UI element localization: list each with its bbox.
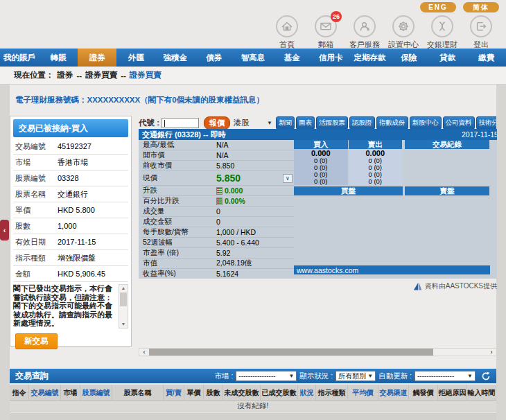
quote-stat-row: 前收市價5.850 (141, 161, 294, 171)
scroll-down-icon[interactable]: ▼ (121, 321, 126, 328)
table-header-5[interactable]: 買/賣 (164, 385, 184, 400)
quote-horizontal-scrollbar[interactable]: ‹ › (139, 348, 497, 356)
data-attribution: 資料由AASTOCKS提供 (139, 281, 497, 291)
quote-stat-row: 每手股數/貨幣1,000 / HKD (141, 227, 294, 238)
unchanged-indicator-icon (216, 198, 223, 205)
quote-tab-7[interactable]: 技術分析 (476, 116, 496, 130)
quote-stat-value: 0 (216, 207, 220, 216)
price-dropdown-button[interactable]: ∨ (283, 174, 293, 183)
nav-item-7[interactable]: 基金 (272, 49, 311, 67)
notice-scrollbar[interactable]: ▲ ▼ (119, 284, 128, 329)
nav-item-2-active[interactable]: 證券 (78, 49, 116, 67)
chevron-down-icon: ▼ (367, 373, 373, 379)
quote-tab-0[interactable]: 新聞 (276, 116, 295, 130)
chevron-down-icon: ▼ (267, 120, 272, 126)
nav-item-0[interactable]: 我的賬戶 (0, 49, 39, 67)
table-header-10[interactable]: 狀況 (298, 385, 316, 400)
stock-code-input[interactable] (162, 118, 199, 128)
nav-item-12[interactable]: 繳費 (467, 49, 506, 67)
market-filter-select[interactable]: ---------------- ▼ (236, 371, 297, 381)
status-filter-select[interactable]: 所有類別 ▼ (335, 371, 376, 381)
buy-queue-header: 買盤 (294, 186, 403, 195)
quote-stat-label: 52週波幅 (141, 238, 216, 247)
get-quote-button[interactable]: 報價 (204, 116, 230, 130)
quote-stat-label: 最高/最低 (141, 140, 216, 150)
table-header-2: 市場 (61, 385, 80, 400)
nav-item-3[interactable]: 外匯 (116, 49, 155, 67)
breadcrumb-current[interactable]: 證券買賣 (130, 70, 162, 80)
aastocks-logo-icon (413, 282, 422, 291)
quote-stat-row: 開市價N/A (141, 150, 294, 161)
order-status-header: 交易已被接納-買入 (13, 119, 128, 137)
header-logout-item[interactable]: 登出 (463, 15, 499, 50)
quote-stat-value: 5.850 (216, 161, 234, 170)
nav-item-6[interactable]: 智高息 (234, 49, 272, 67)
table-header-16: 輸入時間 (467, 385, 496, 400)
scroll-left-icon[interactable]: ‹ (139, 349, 149, 356)
quote-tab-6[interactable]: 公司資料 (443, 116, 475, 130)
breadcrumb-part-trading: 證券買賣 (85, 70, 117, 80)
header-bocom-wealth-item[interactable]: 交銀理財 (424, 15, 460, 50)
header-customer-service-item[interactable]: 客戶服務 (347, 15, 383, 50)
new-trade-button[interactable]: 新交易 (15, 333, 58, 349)
lang-simplified-button[interactable]: 简体 (463, 2, 499, 12)
table-header-6: 單價 (184, 385, 204, 400)
refresh-icon[interactable] (481, 371, 491, 381)
nav-item-10[interactable]: 保險 (390, 49, 428, 67)
table-header-13[interactable]: 交易渠道 (378, 385, 409, 400)
bid-ask-table: 買入 賣出 0.000 0.000 0 (0)0 (0)0 (0)0 (0)0 … (294, 140, 403, 185)
notice-scrollbar-thumb[interactable] (120, 292, 127, 306)
order-field-label: 市場 (13, 157, 58, 168)
nav-item-5[interactable]: 債券 (195, 49, 234, 67)
order-field-label: 股數 (13, 221, 58, 231)
nav-item-11[interactable]: 貸款 (428, 49, 467, 67)
lang-english-button[interactable]: ENG (420, 2, 456, 12)
table-header-12[interactable]: 平均價 (348, 385, 378, 400)
status-filter-value: 所有類別 (338, 371, 366, 381)
quote-market-value: 港股 (234, 118, 250, 128)
query-controls: 市場 : ---------------- ▼ 顯示狀況 : 所有類別 ▼ 自動… (214, 371, 491, 381)
quote-tab-3[interactable]: 認股證 (349, 116, 375, 130)
quote-stat-row: 收益率(%)5.1624 (141, 269, 294, 279)
auto-refresh-label: 自動更新 : (378, 371, 412, 381)
auto-refresh-select[interactable]: ---------------- ▼ (415, 371, 476, 381)
quote-tab-1[interactable]: 圖表 (296, 116, 315, 130)
nav-item-9[interactable]: 定期存款 (350, 49, 389, 67)
nav-item-4[interactable]: 強積金 (156, 49, 195, 67)
bid-queue-cell: 0 (0) (294, 178, 348, 185)
breadcrumb-separator: -- (121, 71, 126, 80)
main-nav: 我的賬戶轉賬證券外匯強積金債券智高息基金信用卡定期存款保險貸款繳費 (0, 49, 506, 67)
quote-tab-4[interactable]: 指數成份 (376, 116, 408, 130)
header-settings-item[interactable]: 設置中心 (385, 15, 421, 50)
table-header-4: 股票名稱 (112, 385, 164, 400)
quote-tabs: 新聞圖表活躍股票認股證指數成份新股中心公司資料技術分析投資組合財經日誌 (276, 116, 496, 130)
order-field-label: 指示種類 (13, 253, 58, 263)
table-header-3[interactable]: 股票編號 (80, 385, 112, 400)
scrollbar-thumb[interactable] (149, 349, 433, 356)
quote-stat-value: 0.00% (225, 197, 245, 205)
nav-item-8[interactable]: 信用卡 (311, 49, 350, 67)
panel-collapse-tab[interactable]: ‹ (0, 220, 9, 240)
order-field-value: 增強限價盤 (58, 253, 96, 263)
header-mail-item[interactable]: 26郵箱 (308, 15, 344, 50)
table-header-15: 拒絕原因 (438, 385, 467, 400)
quote-stat-value: 5.1624 (216, 270, 238, 278)
quote-tab-2[interactable]: 活躍股票 (316, 116, 348, 130)
auto-refresh-value: ---------------- (417, 372, 454, 380)
nav-item-1[interactable]: 轉賬 (39, 49, 78, 67)
breadcrumb-part-securities: 證券 (58, 70, 73, 80)
trade-query-title: 交易查詢 (15, 370, 49, 382)
quote-stock-title: 交通銀行 (03328) -- 即時 (142, 130, 225, 140)
header-home-item[interactable]: 首頁 (269, 15, 305, 50)
order-field-value: 香港市場 (58, 157, 88, 168)
scroll-up-icon[interactable]: ▲ (121, 285, 126, 292)
scrollbar-track[interactable] (149, 349, 487, 356)
quote-stat-label: 市值 (141, 259, 216, 268)
table-header-1[interactable]: 交易編號 (29, 385, 61, 400)
text-caret (164, 120, 165, 127)
quote-market-select[interactable]: 港股 ▼ (234, 118, 272, 128)
order-field-row: 股數1,000 (13, 218, 128, 234)
scroll-right-icon[interactable]: › (487, 349, 496, 356)
quote-stat-label: 開市價 (141, 150, 216, 160)
quote-tab-5[interactable]: 新股中心 (410, 116, 442, 130)
